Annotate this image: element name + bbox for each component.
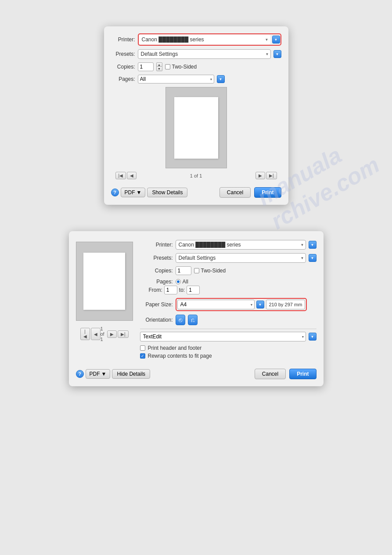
footer-right-2: Cancel Print — [255, 369, 316, 379]
pdf-button[interactable]: PDF ▼ — [121, 188, 146, 197]
prev-page-btn-2[interactable]: ◀ — [91, 328, 101, 340]
two-sided-text-2: Two-Sided — [201, 268, 226, 274]
presets-input-2[interactable] — [176, 253, 306, 263]
portrait-btn[interactable]: ⎋ — [176, 315, 185, 325]
app-select-wrapper[interactable] — [140, 332, 306, 341]
expanded-print-dialog: |◀ ◀ 1 of 1 ▶ ▶| Printer: — [69, 231, 324, 386]
two-sided-checkbox-2[interactable] — [194, 268, 199, 273]
presets-dropdown-btn[interactable]: ▼ — [273, 50, 281, 58]
all-radio-label[interactable]: All — [176, 279, 188, 285]
orientation-row: Orientation: ⎋ ⎌ — [140, 315, 316, 325]
preview-nav: |◀ ◀ 1 of 1 ▶ ▶| — [111, 172, 281, 179]
pages-row-2: Pages: All — [140, 279, 316, 285]
pdf-button-2[interactable]: PDF ▼ — [86, 369, 111, 379]
presets-label: Presets: — [111, 51, 135, 57]
presets-label-2: Presets: — [140, 255, 173, 261]
printer-label: Printer: — [111, 36, 135, 43]
copies-up-btn[interactable]: ▲ — [156, 62, 162, 67]
divider — [140, 329, 316, 329]
copies-stepper[interactable]: ▲ ▼ — [156, 62, 162, 71]
paper-size-label: Paper Size: — [140, 301, 173, 308]
print-button-2[interactable]: Print — [289, 369, 316, 379]
rewrap-label: Rewrap contents to fit page — [148, 353, 212, 359]
copies-row: Copies: ▲ ▼ Two-Sided — [111, 62, 281, 71]
printer-input[interactable] — [139, 35, 270, 44]
paper-size-info: 210 by 297 mm — [266, 300, 306, 309]
presets-select-wrapper[interactable] — [138, 49, 271, 59]
from-label: From: — [149, 287, 162, 293]
copies-label: Copies: — [111, 64, 135, 70]
landscape-btn[interactable]: ⎌ — [188, 315, 198, 325]
footer-left-2: ? PDF ▼ Hide Details — [76, 369, 151, 379]
cancel-button[interactable]: Cancel — [219, 187, 251, 198]
show-details-button[interactable]: Show Details — [147, 188, 187, 197]
pdf-arrow-icon: ▼ — [137, 189, 142, 196]
help-button-2[interactable]: ? — [76, 370, 84, 378]
header-footer-row: Print header and footer — [140, 345, 316, 351]
two-sided-label[interactable]: Two-Sided — [165, 64, 197, 70]
copies-input[interactable] — [138, 62, 154, 71]
page-count-2: 1 of 1 — [101, 326, 107, 342]
pages-row: Pages: ▼ — [111, 75, 281, 83]
two-sided-checkbox[interactable] — [165, 64, 170, 69]
presets-input[interactable] — [138, 49, 271, 59]
pages-dropdown-btn[interactable]: ▼ — [217, 75, 225, 83]
pdf-label-2: PDF — [90, 371, 100, 377]
first-page-btn-2[interactable]: |◀ — [80, 328, 90, 340]
paper-size-dropdown-btn[interactable]: ▼ — [256, 301, 264, 308]
simple-print-dialog: Printer: ▼ Presets: ▼ Copies: ▲ ▼ — [104, 26, 288, 205]
prev-page-btn[interactable]: ◀ — [127, 172, 137, 179]
last-page-btn-2[interactable]: ▶| — [118, 330, 129, 338]
printer-select-inner[interactable] — [139, 35, 270, 44]
page-count: 1 of 1 — [190, 173, 202, 178]
printer-dropdown-btn-2[interactable]: ▼ — [309, 241, 316, 249]
preview-left: |◀ ◀ 1 of 1 ▶ ▶| — [76, 238, 133, 361]
landscape-icon: ⎌ — [191, 316, 194, 323]
pdf-label: PDF — [125, 189, 135, 196]
to-label: to: — [179, 287, 185, 293]
print-button[interactable]: Print — [254, 187, 281, 198]
printer-dropdown-btn[interactable]: ▼ — [272, 36, 280, 44]
app-dropdown-btn[interactable]: ▼ — [309, 333, 316, 341]
next-page-btn-2[interactable]: ▶ — [107, 330, 117, 338]
printer-row-2: Printer: ▼ — [140, 240, 316, 250]
portrait-icon: ⎋ — [179, 316, 182, 323]
app-select-input[interactable] — [140, 332, 306, 341]
all-radio-text: All — [183, 279, 188, 285]
printer-select-wrapper: ▼ — [138, 33, 281, 46]
copies-input-2[interactable] — [176, 266, 191, 275]
preview-page-2 — [83, 253, 125, 310]
pages-input[interactable] — [138, 75, 214, 83]
all-radio-btn[interactable] — [176, 279, 181, 284]
dialog-footer-2: ? PDF ▼ Hide Details Cancel Print — [76, 365, 316, 379]
two-sided-label-2[interactable]: Two-Sided — [194, 268, 226, 274]
app-section-row: ▼ — [140, 332, 316, 341]
rewrap-checkbox[interactable]: ✓ — [140, 353, 145, 359]
next-page-btn[interactable]: ▶ — [255, 172, 265, 179]
help-button[interactable]: ? — [111, 189, 119, 196]
last-page-btn[interactable]: ▶| — [266, 172, 277, 179]
header-footer-checkbox[interactable] — [140, 345, 145, 351]
copies-row-2: Copies: Two-Sided — [140, 266, 316, 275]
presets-dropdown-btn-2[interactable]: ▼ — [309, 254, 316, 262]
first-page-btn[interactable]: |◀ — [115, 172, 126, 179]
paper-select-wrapper[interactable] — [177, 300, 255, 309]
cancel-button-2[interactable]: Cancel — [255, 369, 286, 379]
header-footer-label: Print header and footer — [148, 345, 202, 351]
printer-select-wrapper-2[interactable] — [176, 240, 306, 250]
paper-select-input[interactable] — [177, 300, 255, 309]
from-input[interactable] — [164, 286, 177, 294]
presets-select-wrapper-2[interactable] — [176, 253, 306, 263]
pages-select-wrapper[interactable] — [138, 75, 214, 83]
paper-size-outline: ▼ 210 by 297 mm — [176, 298, 307, 311]
dialog-bottom-layout: |◀ ◀ 1 of 1 ▶ ▶| Printer: — [76, 238, 316, 361]
pages-label-2: Pages: — [140, 279, 173, 285]
to-input[interactable] — [187, 286, 200, 294]
printer-label-2: Printer: — [140, 242, 173, 248]
hide-details-button[interactable]: Hide Details — [112, 369, 150, 379]
two-sided-text: Two-Sided — [172, 64, 197, 70]
printer-input-2[interactable] — [176, 240, 306, 250]
paper-size-row: Paper Size: ▼ 210 by 297 mm — [140, 298, 316, 311]
rewrap-row: ✓ Rewrap contents to fit page — [140, 353, 316, 359]
copies-down-btn[interactable]: ▼ — [156, 67, 162, 71]
